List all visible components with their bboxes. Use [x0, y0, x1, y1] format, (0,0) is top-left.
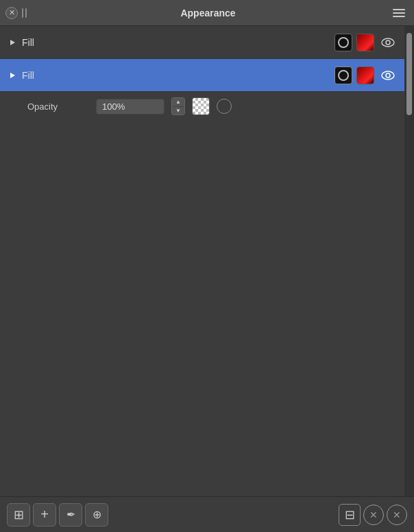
drag-handle[interactable]	[22, 8, 27, 18]
delete-icon-2: ✕	[393, 509, 401, 520]
toolbar-right: ⊟ ✕ ✕	[339, 504, 407, 526]
svg-point-5	[386, 73, 390, 77]
panel-title: Appearance	[27, 8, 389, 19]
delete-button-2[interactable]: ✕	[387, 505, 407, 525]
add-item-button[interactable]: +	[33, 503, 56, 527]
opacity-input[interactable]	[96, 99, 165, 114]
fill-label-1: Fill	[22, 37, 330, 48]
svg-point-4	[382, 71, 394, 80]
red-swatch-2	[357, 67, 374, 84]
stepper-down[interactable]: ▼	[172, 107, 184, 115]
close-button[interactable]: ✕	[5, 7, 18, 19]
add-right-icon: ⊟	[345, 507, 355, 522]
fill-type-inner-2	[338, 70, 349, 81]
svg-marker-0	[10, 40, 15, 45]
scrollbar-track[interactable]	[404, 26, 414, 496]
fill-type-inner-1	[338, 37, 349, 48]
plus-square-icon: ⊞	[14, 507, 24, 522]
opacity-row: Opacity ▲ ▼	[0, 92, 404, 121]
close-icon: ✕	[9, 8, 15, 17]
fill-color-swatch-2[interactable]	[356, 66, 374, 84]
menu-icon-line	[393, 16, 405, 17]
opacity-stepper[interactable]: ▲ ▼	[171, 97, 185, 115]
crosshair-button[interactable]: ⊕	[85, 503, 108, 527]
plus-icon: +	[40, 507, 49, 522]
red-swatch-1	[357, 34, 374, 51]
fill-label-2: Fill	[22, 70, 330, 81]
opacity-circle-indicator[interactable]	[217, 99, 232, 114]
fill-row-2[interactable]: Fill	[0, 59, 404, 92]
fill-type-icon-1[interactable]	[334, 34, 352, 51]
menu-icon-line	[393, 12, 405, 14]
grip-line	[22, 8, 23, 18]
svg-marker-3	[10, 73, 15, 78]
pen-tool-button[interactable]: ✒	[59, 503, 82, 527]
opacity-swatch[interactable]	[192, 97, 210, 115]
stepper-up[interactable]: ▲	[172, 98, 184, 106]
delete-icon-1: ✕	[369, 509, 378, 520]
menu-icon-line	[393, 9, 405, 10]
title-bar: ✕ Appearance	[0, 0, 414, 26]
add-fill-button[interactable]: ⊞	[7, 503, 30, 527]
menu-button[interactable]	[389, 5, 409, 21]
crosshair-icon: ⊕	[93, 508, 101, 521]
fill-row-1-controls	[334, 33, 398, 52]
expand-arrow-2[interactable]	[7, 70, 18, 81]
bottom-toolbar: ⊞ + ✒ ⊕ ⊟ ✕ ✕	[0, 496, 414, 532]
add-right-button[interactable]: ⊟	[339, 504, 361, 526]
opacity-label: Opacity	[27, 101, 89, 112]
delete-button-1[interactable]: ✕	[363, 505, 384, 525]
pen-icon: ✒	[66, 508, 75, 521]
fill-row-1[interactable]: Fill	[0, 26, 404, 59]
visibility-toggle-2[interactable]	[378, 66, 398, 85]
scrollbar-thumb[interactable]	[406, 33, 412, 115]
fill-type-icon-2[interactable]	[334, 66, 352, 84]
main-panel: Fill Fill	[0, 26, 414, 496]
fill-color-swatch-1[interactable]	[356, 34, 374, 51]
fill-row-2-controls	[334, 66, 398, 85]
panel-spacer	[0, 121, 404, 496]
svg-point-2	[386, 40, 390, 45]
expand-arrow-1[interactable]	[7, 37, 18, 48]
visibility-toggle-1[interactable]	[378, 33, 398, 52]
toolbar-left: ⊞ + ✒ ⊕	[7, 503, 336, 527]
panel-content: Fill Fill	[0, 26, 404, 496]
svg-point-1	[382, 38, 394, 47]
